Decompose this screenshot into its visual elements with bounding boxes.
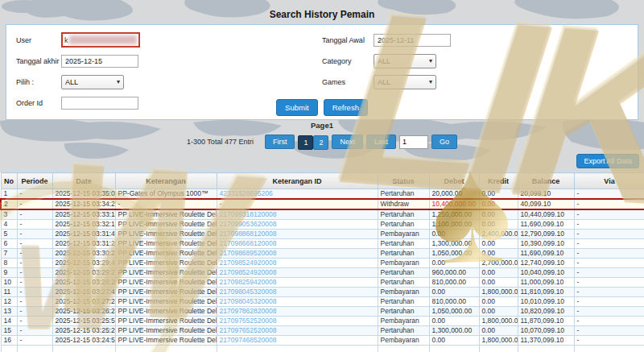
tanggal-awal-input[interactable]: 2025-12-11 bbox=[374, 34, 451, 47]
table-row: 10-2025-12-15 03:28:25PP LIVE-Immersive … bbox=[1, 278, 644, 288]
cell-periode: - bbox=[17, 268, 52, 278]
user-value: k bbox=[64, 36, 68, 44]
cell-balance: 12,740,099.10 bbox=[518, 259, 574, 268]
keterangan-id-link[interactable]: 217097652520008 bbox=[217, 326, 378, 336]
redacted-username-blur bbox=[69, 35, 138, 44]
cell-kredit: 0.00 bbox=[479, 249, 518, 259]
keterangan-id-link[interactable]: 217098689520008 bbox=[217, 249, 378, 259]
cell-empty bbox=[52, 346, 115, 352]
cell-via: - bbox=[574, 336, 644, 346]
cell-periode: - bbox=[17, 317, 52, 326]
cell-periode: - bbox=[17, 199, 52, 209]
cell-keterangan: PP LIVE-Immersive Roulette Deluxe bbox=[115, 297, 217, 307]
page-title: Search History Pemain bbox=[0, 9, 644, 20]
cell-kredit: 0.00 bbox=[479, 297, 518, 307]
cell-kredit: 2,700,000.00 bbox=[479, 259, 518, 268]
pagination: Page1 1-300 Total 477 Entri First 12 Nex… bbox=[0, 121, 644, 150]
tanggal-akhir-label: Tanggal akhir bbox=[16, 57, 61, 65]
keterangan-id-link[interactable]: 217097468520008 bbox=[217, 336, 378, 346]
cell-no: 16 bbox=[1, 336, 17, 346]
cell-debet: 1,250,000.00 bbox=[429, 209, 479, 220]
cell-status: Pertaruhan bbox=[378, 220, 429, 230]
cell-empty bbox=[518, 346, 574, 352]
cell-kredit: 0.00 bbox=[479, 268, 518, 278]
search-form-panel: User k Tanggal akhir 2025-12-15 Pilih : … bbox=[6, 24, 638, 120]
cell-status: Pertaruhan bbox=[378, 189, 429, 200]
cell-no: 14 bbox=[1, 317, 17, 326]
tanggal-akhir-input[interactable]: 2025-12-15 bbox=[61, 55, 138, 68]
cell-no: 3 bbox=[1, 209, 17, 220]
cell-debet: 1,050,000.00 bbox=[429, 307, 479, 317]
keterangan-id-link[interactable]: 217098524920008 bbox=[217, 268, 378, 278]
cell-keterangan-id: - bbox=[217, 199, 378, 209]
cell-keterangan: PP LIVE-Immersive Roulette Deluxe bbox=[115, 336, 217, 346]
current-page-button[interactable]: 1 bbox=[298, 135, 313, 150]
cell-balance: 11,000,099.10 bbox=[518, 278, 574, 288]
submit-button[interactable]: Submit bbox=[276, 99, 318, 116]
cell-date: 2025-12-15 03:25:51 bbox=[52, 317, 115, 326]
cell-periode: - bbox=[17, 239, 52, 249]
cell-no: 2 bbox=[1, 199, 17, 209]
category-select[interactable]: ALL ▾ bbox=[374, 54, 436, 68]
user-input[interactable]: k bbox=[61, 32, 140, 48]
cell-balance: 11,370,099.10 bbox=[518, 336, 574, 346]
last-page-button[interactable]: Last bbox=[366, 135, 396, 149]
keterangan-id-link[interactable]: 217098668120008 bbox=[217, 239, 378, 249]
cell-balance: 12,790,099.10 bbox=[518, 230, 574, 239]
first-page-button[interactable]: First bbox=[265, 135, 295, 149]
column-header: Debet bbox=[429, 173, 479, 189]
table-row: 9-2025-12-15 03:29:24PP LIVE-Immersive R… bbox=[1, 268, 644, 278]
cell-no: 13 bbox=[1, 307, 17, 317]
cell-periode: - bbox=[17, 307, 52, 317]
keterangan-id-link[interactable]: 217099053620008 bbox=[217, 220, 378, 230]
cell-periode: - bbox=[17, 278, 52, 288]
table-row: 1-2025-12-15 03:35:04PP-Gates of Olympus… bbox=[1, 189, 644, 200]
cell-status: Pembayaran bbox=[378, 317, 429, 326]
cell-periode: - bbox=[17, 297, 52, 307]
goto-page-input[interactable] bbox=[399, 135, 428, 149]
next-page-button[interactable]: Next bbox=[332, 135, 363, 149]
keterangan-id-link[interactable]: 217097862820008 bbox=[217, 307, 378, 317]
cell-balance: 10,040,099.10 bbox=[518, 268, 574, 278]
cell-kredit: 0.00 bbox=[479, 209, 518, 220]
cell-status: Pertaruhan bbox=[378, 268, 429, 278]
cell-keterangan: PP LIVE-Immersive Roulette Deluxe bbox=[115, 268, 217, 278]
cell-date: 2025-12-15 03:26:28 bbox=[52, 307, 115, 317]
cell-via: - bbox=[574, 278, 644, 288]
games-select[interactable]: ALL ▾ bbox=[374, 75, 436, 89]
keterangan-id-link[interactable]: 217098868120008 bbox=[217, 230, 378, 239]
cell-debet: 810,000.00 bbox=[429, 297, 479, 307]
cell-via: - bbox=[574, 317, 644, 326]
keterangan-id-link[interactable]: 42331528695206 bbox=[217, 189, 378, 200]
cell-kredit: 0.00 bbox=[479, 326, 518, 336]
keterangan-id-link[interactable]: 217098524920008 bbox=[217, 259, 378, 268]
table-row: 14-2025-12-15 03:25:51PP LIVE-Immersive … bbox=[1, 317, 644, 326]
refresh-button[interactable]: Refresh bbox=[324, 99, 368, 116]
cell-periode: - bbox=[17, 249, 52, 259]
keterangan-id-link[interactable]: 217098045320008 bbox=[217, 297, 378, 307]
cell-debet: 960,000.00 bbox=[429, 268, 479, 278]
cell-kredit: 1,800,000.00 bbox=[479, 288, 518, 297]
column-header: Periode bbox=[17, 173, 52, 189]
pilih-select[interactable]: ALL ▾ bbox=[61, 75, 124, 89]
page-button[interactable]: 2 bbox=[313, 135, 328, 150]
keterangan-id-link[interactable]: 217098259420008 bbox=[217, 278, 378, 288]
cell-status: Pertaruhan bbox=[378, 297, 429, 307]
cell-no: 6 bbox=[1, 239, 17, 249]
cell-balance: 10,010,099.10 bbox=[518, 297, 574, 307]
cell-balance: 10,440,099.10 bbox=[518, 209, 574, 220]
keterangan-id-link[interactable]: 217098045320008 bbox=[217, 288, 378, 297]
cell-debet: 10,400,000.00 bbox=[429, 199, 479, 209]
keterangan-id-link[interactable]: 217097652520008 bbox=[217, 317, 378, 326]
go-button[interactable]: Go bbox=[431, 135, 457, 149]
cell-balance: 40,099.10 bbox=[518, 199, 574, 209]
keterangan-id-link[interactable]: 217099318120008 bbox=[217, 209, 378, 220]
export-all-data-button[interactable]: Export All Data bbox=[576, 154, 639, 168]
cell-no: 11 bbox=[1, 288, 17, 297]
cell-kredit: 0.00 bbox=[479, 189, 518, 200]
cell-balance: 20,099.10 bbox=[518, 189, 574, 200]
cell-keterangan: - bbox=[115, 199, 217, 209]
chevron-down-icon: ▾ bbox=[429, 78, 432, 85]
cell-status: Pembayaran bbox=[378, 230, 429, 239]
cell-via: - bbox=[574, 230, 644, 239]
